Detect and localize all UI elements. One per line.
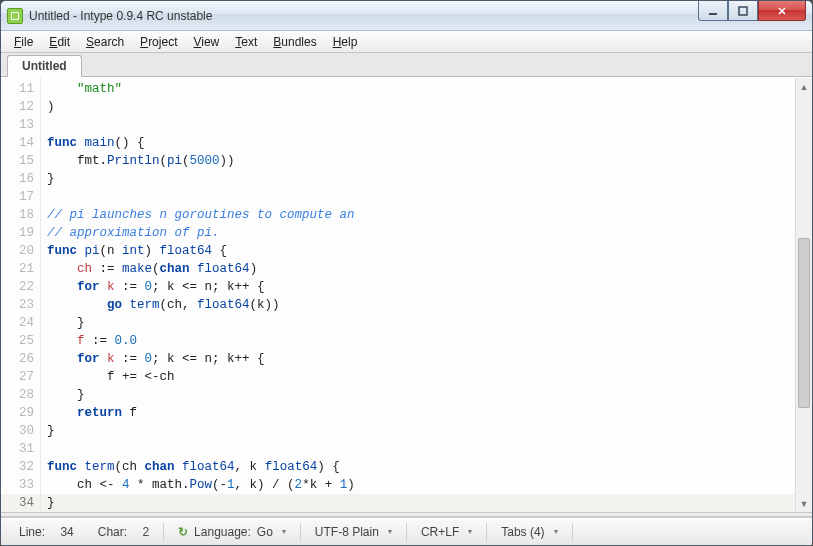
status-separator <box>486 523 487 541</box>
app-window: Untitled - Intype 0.9.4 RC unstable File… <box>0 0 813 546</box>
status-encoding-value: UTF-8 Plain <box>315 525 379 539</box>
tab-untitled[interactable]: Untitled <box>7 55 82 77</box>
code-line[interactable]: go term(ch, float64(k)) <box>47 296 795 314</box>
code-line[interactable]: fmt.Println(pi(5000)) <box>47 152 795 170</box>
status-separator <box>406 523 407 541</box>
line-number: 25 <box>1 332 34 350</box>
status-separator <box>300 523 301 541</box>
scroll-down-icon[interactable]: ▼ <box>796 495 812 512</box>
line-number: 19 <box>1 224 34 242</box>
menu-help[interactable]: Help <box>326 33 365 51</box>
code-line[interactable]: // approximation of pi. <box>47 224 795 242</box>
code-line[interactable]: } <box>47 422 795 440</box>
menu-view[interactable]: View <box>186 33 226 51</box>
reload-icon[interactable]: ↻ <box>178 525 188 539</box>
line-number: 23 <box>1 296 34 314</box>
status-lang-value: Go <box>257 525 273 539</box>
code-line[interactable]: return f <box>47 404 795 422</box>
svg-rect-1 <box>739 7 747 15</box>
scroll-up-icon[interactable]: ▲ <box>796 78 812 95</box>
code-line[interactable]: func term(ch chan float64, k float64) { <box>47 458 795 476</box>
status-separator <box>163 523 164 541</box>
menu-file[interactable]: File <box>7 33 40 51</box>
code-line[interactable]: } <box>47 314 795 332</box>
line-number: 22 <box>1 278 34 296</box>
line-number: 29 <box>1 404 34 422</box>
code-area[interactable]: "math") func main() { fmt.Println(pi(500… <box>41 78 795 512</box>
line-number: 13 <box>1 116 34 134</box>
line-number: 14 <box>1 134 34 152</box>
menu-bundles[interactable]: Bundles <box>266 33 323 51</box>
menu-project[interactable]: Project <box>133 33 184 51</box>
status-line: Line: 34 <box>9 522 84 542</box>
minimize-button[interactable] <box>698 1 728 21</box>
status-language[interactable]: ↻ Language: Go ▾ <box>168 522 296 542</box>
code-line[interactable]: } <box>41 494 795 512</box>
line-number: 21 <box>1 260 34 278</box>
code-line[interactable]: } <box>47 386 795 404</box>
code-line[interactable] <box>47 116 795 134</box>
status-indent-value: Tabs (4) <box>501 525 544 539</box>
code-line[interactable]: // pi launches n goroutines to compute a… <box>47 206 795 224</box>
dropdown-icon: ▾ <box>468 527 472 536</box>
maximize-button[interactable] <box>728 1 758 21</box>
window-title: Untitled - Intype 0.9.4 RC unstable <box>29 9 212 23</box>
dropdown-icon: ▾ <box>282 527 286 536</box>
status-indent[interactable]: Tabs (4) ▾ <box>491 522 567 542</box>
line-number: 30 <box>1 422 34 440</box>
code-line[interactable]: func pi(n int) float64 { <box>47 242 795 260</box>
status-lineending[interactable]: CR+LF ▾ <box>411 522 482 542</box>
line-number: 27 <box>1 368 34 386</box>
code-line[interactable]: ch := make(chan float64) <box>47 260 795 278</box>
menu-search[interactable]: Search <box>79 33 131 51</box>
close-button[interactable] <box>758 1 806 21</box>
code-line[interactable]: for k := 0; k <= n; k++ { <box>47 278 795 296</box>
line-number: 32 <box>1 458 34 476</box>
line-number: 20 <box>1 242 34 260</box>
tabstrip: Untitled <box>1 53 812 77</box>
dropdown-icon: ▾ <box>388 527 392 536</box>
code-line[interactable]: ) <box>47 98 795 116</box>
status-line-value: 34 <box>60 525 73 539</box>
code-line[interactable]: "math" <box>47 80 795 98</box>
code-line[interactable]: f := 0.0 <box>47 332 795 350</box>
status-lang-label: Language: <box>194 525 251 539</box>
code-line[interactable] <box>47 188 795 206</box>
code-line[interactable]: func main() { <box>47 134 795 152</box>
code-line[interactable]: ch <- 4 * math.Pow(-1, k) / (2*k + 1) <box>47 476 795 494</box>
line-number: 18 <box>1 206 34 224</box>
status-char: Char: 2 <box>88 522 159 542</box>
status-lineend-value: CR+LF <box>421 525 459 539</box>
code-line[interactable] <box>47 440 795 458</box>
vertical-scrollbar[interactable]: ▲ ▼ <box>795 78 812 512</box>
menu-text[interactable]: Text <box>228 33 264 51</box>
line-number: 33 <box>1 476 34 494</box>
app-icon <box>7 8 23 24</box>
code-line[interactable]: } <box>47 170 795 188</box>
window-controls <box>698 1 806 21</box>
code-line[interactable]: f += <-ch <box>47 368 795 386</box>
status-encoding[interactable]: UTF-8 Plain ▾ <box>305 522 402 542</box>
code-line[interactable]: for k := 0; k <= n; k++ { <box>47 350 795 368</box>
line-number: 12 <box>1 98 34 116</box>
menu-edit[interactable]: Edit <box>42 33 77 51</box>
line-number: 31 <box>1 440 34 458</box>
titlebar[interactable]: Untitled - Intype 0.9.4 RC unstable <box>1 1 812 31</box>
line-gutter: 1112131415161718192021222324252627282930… <box>1 78 41 512</box>
status-char-label: Char: <box>98 525 127 539</box>
scrollbar-thumb[interactable] <box>798 238 810 408</box>
status-char-value: 2 <box>142 525 149 539</box>
dropdown-icon: ▾ <box>554 527 558 536</box>
line-number: 17 <box>1 188 34 206</box>
status-line-label: Line: <box>19 525 45 539</box>
line-number: 34 <box>1 494 40 512</box>
line-number: 28 <box>1 386 34 404</box>
line-number: 15 <box>1 152 34 170</box>
status-separator <box>572 523 573 541</box>
editor: 1112131415161718192021222324252627282930… <box>1 77 812 512</box>
statusbar: Line: 34 Char: 2 ↻ Language: Go ▾ UTF-8 … <box>1 517 812 545</box>
line-number: 24 <box>1 314 34 332</box>
menubar: File Edit Search Project View Text Bundl… <box>1 31 812 53</box>
line-number: 16 <box>1 170 34 188</box>
svg-rect-0 <box>709 13 717 15</box>
